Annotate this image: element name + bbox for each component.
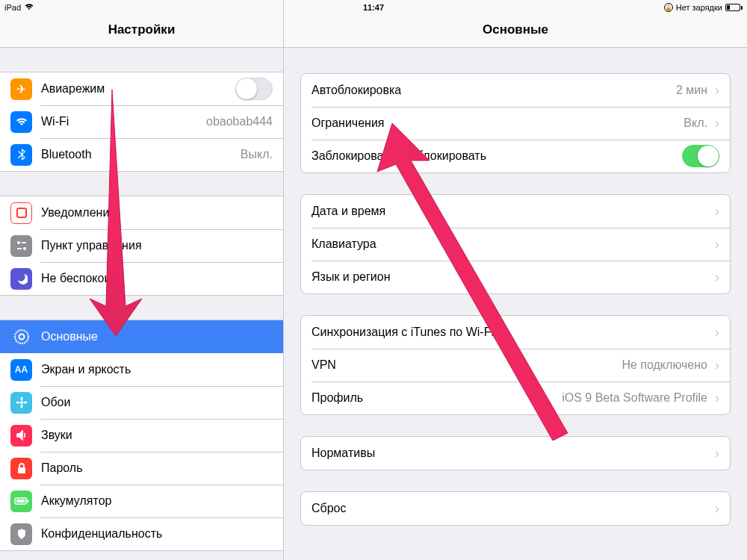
row-restrictions[interactable]: Ограничения Вкл. › bbox=[301, 107, 730, 140]
detail-group-2: Дата и время › Клавиатура › Язык и регио… bbox=[300, 194, 731, 294]
detail-group-3: Синхронизация с iTunes по Wi-Fi › VPN Не… bbox=[300, 315, 731, 415]
keyboard-label: Клавиатура bbox=[311, 237, 713, 251]
svg-point-8 bbox=[20, 405, 22, 408]
battery-label: Аккумулятор bbox=[41, 494, 273, 508]
row-itunes-wifi[interactable]: Синхронизация с iTunes по Wi-Fi › bbox=[301, 316, 730, 349]
row-language[interactable]: Язык и регион › bbox=[301, 261, 730, 293]
chevron-right-icon: › bbox=[715, 325, 719, 340]
profile-value: iOS 9 Beta Software Profile bbox=[562, 391, 707, 405]
svg-point-2 bbox=[23, 247, 26, 250]
row-autolock[interactable]: Автоблокировка 2 мин › bbox=[301, 74, 730, 107]
chevron-right-icon: › bbox=[715, 83, 719, 99]
chevron-right-icon: › bbox=[715, 204, 719, 220]
airplane-label: Авиарежим bbox=[41, 82, 235, 96]
regulatory-label: Нормативы bbox=[311, 447, 713, 460]
reset-label: Сброс bbox=[311, 502, 713, 515]
svg-point-5 bbox=[19, 335, 24, 340]
passcode-icon bbox=[10, 458, 32, 479]
svg-rect-11 bbox=[18, 467, 25, 473]
status-right: 🔒 Нет зарядки bbox=[664, 3, 743, 12]
sidebar-group-2: Уведомления Пункт управления Не беспокои… bbox=[0, 196, 283, 296]
row-regulatory[interactable]: Нормативы › bbox=[301, 437, 730, 470]
bluetooth-icon bbox=[10, 144, 32, 166]
row-vpn[interactable]: VPN Не подключено › bbox=[301, 349, 730, 382]
sidebar-item-sounds[interactable]: Звуки bbox=[0, 419, 283, 452]
detail-group-5: Сброс › bbox=[300, 491, 731, 526]
wifi-settings-icon bbox=[10, 111, 32, 133]
airplane-switch[interactable] bbox=[235, 78, 273, 100]
sidebar-item-control-center[interactable]: Пункт управления bbox=[0, 229, 283, 262]
lang-label: Язык и регион bbox=[311, 270, 713, 284]
lockunlock-switch[interactable] bbox=[682, 145, 719, 167]
wifi-value: obaobab444 bbox=[206, 115, 273, 128]
privacy-icon bbox=[10, 523, 32, 545]
battery-settings-icon bbox=[10, 491, 32, 512]
svg-point-9 bbox=[16, 402, 19, 404]
sidebar-item-battery[interactable]: Аккумулятор bbox=[0, 485, 283, 517]
profile-label: Профиль bbox=[311, 391, 562, 405]
sounds-label: Звуки bbox=[41, 429, 273, 442]
lockunlock-label: Заблокировать/разблокировать bbox=[311, 149, 682, 163]
notifications-label: Уведомления bbox=[41, 206, 273, 220]
row-profile[interactable]: Профиль iOS 9 Beta Software Profile › bbox=[301, 382, 730, 414]
datetime-label: Дата и время bbox=[311, 205, 713, 218]
sidebar-item-privacy[interactable]: Конфиденциальность bbox=[0, 517, 283, 550]
dnd-label: Не беспокоить bbox=[41, 272, 273, 285]
row-datetime[interactable]: Дата и время › bbox=[301, 195, 730, 228]
row-reset[interactable]: Сброс › bbox=[301, 492, 730, 525]
sidebar-item-wifi[interactable]: Wi-Fi obaobab444 bbox=[0, 105, 283, 138]
sidebar-item-airplane[interactable]: ✈ Авиарежим bbox=[0, 72, 283, 105]
chevron-right-icon: › bbox=[715, 237, 719, 252]
sounds-icon bbox=[10, 425, 32, 447]
general-label: Основные bbox=[41, 330, 273, 343]
chevron-right-icon: › bbox=[715, 446, 719, 461]
chevron-right-icon: › bbox=[715, 501, 719, 517]
sidebar-item-display[interactable]: AA Экран и яркость bbox=[0, 353, 283, 386]
sidebar-title: Настройки bbox=[108, 22, 176, 37]
bluetooth-label: Bluetooth bbox=[41, 148, 241, 161]
detail-title: Основные bbox=[483, 22, 548, 37]
svg-rect-14 bbox=[27, 500, 28, 503]
status-left: iPad bbox=[4, 3, 34, 12]
sidebar-item-dnd[interactable]: Не беспокоить bbox=[0, 262, 283, 295]
sidebar-item-passcode[interactable]: Пароль bbox=[0, 452, 283, 485]
row-lock-unlock[interactable]: Заблокировать/разблокировать bbox=[301, 140, 730, 172]
sidebar-group-1: ✈ Авиарежим Wi-Fi obaobab444 Bluetooth В… bbox=[0, 72, 283, 172]
sidebar: Настройки ✈ Авиарежим Wi-Fi obaobab444 B… bbox=[0, 0, 284, 560]
itunes-label: Синхронизация с iTunes по Wi-Fi bbox=[311, 326, 713, 339]
svg-rect-13 bbox=[16, 500, 25, 503]
control-center-icon bbox=[10, 235, 32, 257]
device-label: iPad bbox=[4, 3, 21, 12]
detail-group-4: Нормативы › bbox=[300, 436, 731, 470]
general-icon bbox=[10, 326, 32, 348]
passcode-label: Пароль bbox=[41, 461, 273, 475]
svg-point-10 bbox=[23, 402, 27, 404]
chevron-right-icon: › bbox=[715, 116, 719, 131]
vpn-value: Не подключено bbox=[622, 358, 707, 372]
battery-icon bbox=[725, 4, 743, 11]
status-bar: iPad 11:47 🔒 Нет зарядки bbox=[0, 0, 747, 15]
sidebar-item-general[interactable]: Основные bbox=[0, 320, 283, 353]
dnd-icon bbox=[10, 268, 32, 290]
bluetooth-value: Выкл. bbox=[241, 148, 273, 161]
sidebar-item-notifications[interactable]: Уведомления bbox=[0, 196, 283, 229]
wifi-icon bbox=[24, 3, 34, 12]
svg-rect-1 bbox=[22, 242, 26, 243]
wifi-label: Wi-Fi bbox=[41, 115, 206, 128]
sidebar-group-3: Основные AA Экран и яркость Обои Звуки bbox=[0, 320, 283, 551]
airplane-icon: ✈ bbox=[10, 78, 32, 100]
chevron-right-icon: › bbox=[715, 270, 719, 285]
display-icon: AA bbox=[10, 359, 32, 381]
restrictions-value: Вкл. bbox=[684, 116, 707, 130]
wallpaper-icon bbox=[10, 392, 32, 414]
svg-rect-3 bbox=[17, 248, 22, 249]
charge-text: Нет зарядки bbox=[676, 3, 722, 12]
privacy-label: Конфиденциальность bbox=[41, 527, 273, 541]
status-time: 11:47 bbox=[363, 3, 384, 12]
sidebar-item-wallpaper[interactable]: Обои bbox=[0, 386, 283, 419]
autolock-value: 2 мин bbox=[676, 84, 707, 97]
sidebar-item-bluetooth[interactable]: Bluetooth Выкл. bbox=[0, 138, 283, 171]
row-keyboard[interactable]: Клавиатура › bbox=[301, 228, 730, 261]
svg-point-4 bbox=[15, 330, 28, 343]
svg-point-6 bbox=[20, 401, 23, 404]
